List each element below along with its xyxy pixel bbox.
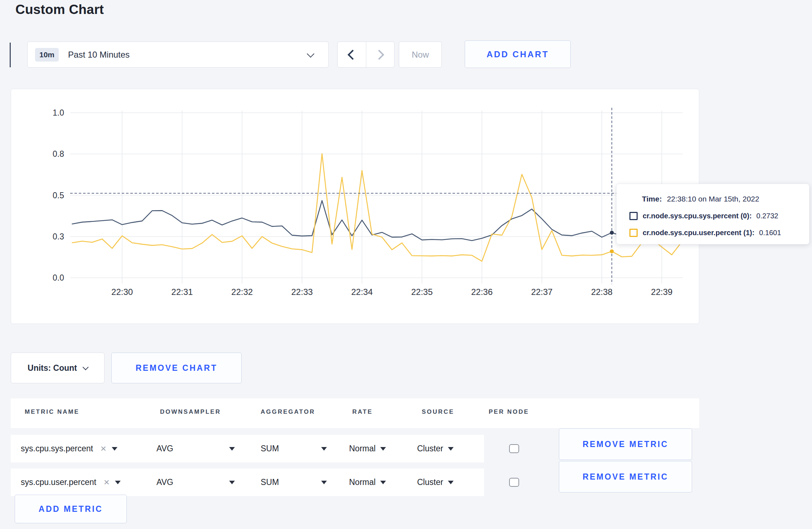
- series-line-user: [72, 154, 683, 261]
- per-node-checkbox[interactable]: [509, 444, 519, 453]
- downsampler-arrow-icon[interactable]: [229, 469, 235, 496]
- rate-select[interactable]: Normal: [349, 435, 386, 462]
- now-button[interactable]: Now: [399, 42, 442, 68]
- custom-chart-page: Custom Chart 10m Past 10 Minutes Now ADD…: [0, 0, 812, 529]
- tooltip-time-row: Time:22:38:10 on Mar 15th, 2022: [642, 195, 802, 203]
- units-label: Units: Count: [28, 363, 77, 373]
- x-axis-tick-label: 22:32: [231, 287, 253, 297]
- tooltip-series-label: cr.node.sys.cpu.user.percent (1):: [643, 229, 754, 237]
- column-header-metric-name: METRIC NAME: [25, 408, 79, 416]
- prev-range-button[interactable]: [338, 42, 366, 67]
- dropdown-arrow-icon: [115, 481, 121, 484]
- next-range-button[interactable]: [366, 42, 395, 67]
- y-axis-tick-label: 1.0: [53, 108, 64, 117]
- x-axis-tick-label: 22:38: [591, 287, 613, 297]
- source-value: Cluster: [417, 477, 443, 487]
- x-axis-tick-label: 22:37: [531, 287, 552, 297]
- metric-name-dropdown[interactable]: sys.cpu.sys.percent ✕: [21, 435, 117, 462]
- dropdown-arrow-icon: [380, 447, 386, 451]
- tooltip-series-row: cr.node.sys.cpu.sys.percent (0): 0.2732: [629, 212, 802, 220]
- series-line-sys: [72, 200, 683, 241]
- tooltip-series-label: cr.node.sys.cpu.sys.percent (0):: [643, 212, 752, 220]
- rate-select[interactable]: Normal: [349, 469, 386, 496]
- clear-metric-icon[interactable]: ✕: [100, 445, 107, 453]
- y-axis-tick-label: 0.5: [53, 191, 64, 200]
- chevron-down-icon: [82, 364, 88, 370]
- tooltip-time-label: Time:: [642, 195, 662, 203]
- dropdown-arrow-icon: [321, 447, 327, 451]
- hover-point-sys: [610, 231, 614, 235]
- x-axis-tick-label: 22:39: [651, 287, 672, 297]
- metrics-table-header: METRIC NAME DOWNSAMPLER AGGREGATOR RATE …: [11, 398, 699, 428]
- user-series-swatch-icon: [629, 229, 638, 237]
- y-axis-tick-label: 0.8: [53, 149, 64, 159]
- page-title: Custom Chart: [15, 2, 104, 17]
- downsampler-select[interactable]: AVG: [156, 469, 173, 496]
- chevron-left-icon: [348, 49, 358, 59]
- tooltip-time-value: 22:38:10 on Mar 15th, 2022: [667, 195, 759, 203]
- tooltip-series-value: 0.1601: [759, 229, 781, 237]
- chevron-down-icon: [307, 50, 314, 58]
- x-axis-tick-label: 22:35: [411, 287, 432, 297]
- remove-metric-button[interactable]: REMOVE METRIC: [559, 428, 692, 460]
- aggregator-select[interactable]: SUM: [261, 469, 279, 496]
- column-header-rate: RATE: [352, 408, 373, 416]
- left-accent-divider: [10, 43, 11, 67]
- metric-name-dropdown[interactable]: sys.cpu.user.percent ✕: [21, 469, 121, 496]
- dropdown-arrow-icon: [380, 481, 386, 484]
- time-range-label: Past 10 Minutes: [68, 50, 130, 60]
- dropdown-arrow-icon: [229, 481, 235, 484]
- downsampler-arrow-icon[interactable]: [229, 435, 235, 462]
- downsampler-select[interactable]: AVG: [156, 435, 173, 462]
- chevron-right-icon: [374, 49, 384, 59]
- dropdown-arrow-icon: [112, 447, 117, 451]
- dropdown-arrow-icon: [448, 447, 454, 451]
- x-axis-tick-label: 22:33: [291, 287, 313, 297]
- metric-name-value: sys.cpu.sys.percent: [21, 444, 93, 453]
- rate-value: Normal: [349, 477, 376, 487]
- aggregator-arrow-icon[interactable]: [321, 435, 327, 462]
- remove-metric-button[interactable]: REMOVE METRIC: [559, 461, 692, 492]
- chart-tooltip: Time:22:38:10 on Mar 15th, 2022 cr.node.…: [616, 184, 809, 244]
- source-select[interactable]: Cluster: [417, 469, 454, 496]
- aggregator-arrow-icon[interactable]: [321, 469, 327, 496]
- rate-value: Normal: [349, 444, 376, 453]
- source-value: Cluster: [417, 444, 443, 453]
- x-axis-tick-label: 22:36: [471, 287, 493, 297]
- per-node-checkbox[interactable]: [509, 478, 519, 487]
- y-axis-tick-label: 0.3: [53, 232, 64, 241]
- dropdown-arrow-icon: [448, 481, 454, 484]
- column-header-per-node: PER NODE: [489, 408, 529, 416]
- column-header-downsampler: DOWNSAMPLER: [160, 408, 221, 416]
- dropdown-arrow-icon: [321, 481, 327, 484]
- time-range-badge: 10m: [35, 48, 59, 62]
- units-dropdown[interactable]: Units: Count: [11, 353, 105, 383]
- aggregator-select[interactable]: SUM: [261, 435, 279, 462]
- tooltip-series-value: 0.2732: [757, 212, 778, 220]
- x-axis-tick-label: 22:30: [111, 287, 133, 297]
- hover-point-user: [610, 249, 614, 253]
- y-axis-tick-label: 0.0: [53, 273, 64, 282]
- chart-panel: 0.00.30.50.81.022:3022:3122:3222:3322:34…: [11, 89, 699, 324]
- add-chart-button[interactable]: ADD CHART: [465, 40, 571, 68]
- sys-series-swatch-icon: [629, 212, 638, 220]
- source-select[interactable]: Cluster: [417, 435, 454, 462]
- timeseries-chart[interactable]: 0.00.30.50.81.022:3022:3122:3222:3322:34…: [11, 89, 700, 324]
- tooltip-series-row: cr.node.sys.cpu.user.percent (1): 0.1601: [629, 229, 802, 237]
- remove-chart-button[interactable]: REMOVE CHART: [111, 353, 242, 383]
- time-range-dropdown[interactable]: 10m Past 10 Minutes: [27, 42, 329, 68]
- metric-name-value: sys.cpu.user.percent: [21, 477, 96, 487]
- x-axis-tick-label: 22:34: [351, 287, 373, 297]
- column-header-source: SOURCE: [422, 408, 454, 416]
- add-metric-button[interactable]: ADD METRIC: [15, 495, 127, 523]
- dropdown-arrow-icon: [229, 447, 235, 451]
- x-axis-tick-label: 22:31: [171, 287, 193, 297]
- column-header-aggregator: AGGREGATOR: [261, 408, 315, 416]
- time-nav-group: [337, 42, 395, 68]
- clear-metric-icon[interactable]: ✕: [103, 478, 110, 487]
